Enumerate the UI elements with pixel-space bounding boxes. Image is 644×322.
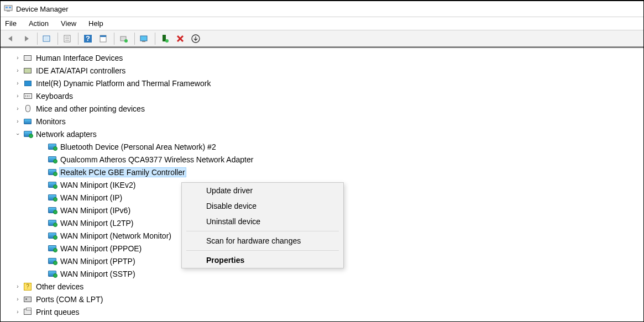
title-bar: Device Manager [1, 1, 643, 17]
cm-disable-device[interactable]: Disable device [182, 198, 343, 214]
tree-label: WAN Miniport (IP) [59, 193, 123, 203]
svg-rect-17 [142, 41, 145, 42]
scan-hardware-icon[interactable] [137, 32, 151, 45]
tree-item-ports[interactable]: › Ports (COM & LPT) [2, 293, 643, 305]
nic-icon [47, 218, 57, 228]
chevron-right-icon[interactable]: › [14, 67, 22, 75]
toolbar-separator [37, 33, 38, 45]
chevron-placeholder [38, 156, 46, 163]
toolbar-separator [78, 33, 78, 45]
back-arrow-icon[interactable] [4, 32, 18, 45]
cm-scan-hardware[interactable]: Scan for hardware changes [182, 233, 343, 249]
tree-label: Intel(R) Dynamic Platform and Thermal Fr… [35, 78, 212, 88]
tree-label: WAN Miniport (Network Monitor) [59, 231, 172, 241]
tree-label: Other devices [35, 282, 85, 292]
tree-item-nic[interactable]: Qualcomm Atheros QCA9377 Wireless Networ… [2, 153, 643, 166]
ide-icon [23, 66, 33, 76]
add-legacy-icon[interactable] [158, 32, 172, 45]
tree-label: WAN Miniport (PPTP) [59, 256, 137, 266]
tree-label: Human Interface Devices [35, 53, 124, 63]
toolbar-separator [134, 33, 135, 45]
svg-point-15 [124, 39, 128, 43]
properties-sheet-icon[interactable] [60, 32, 75, 45]
tree-item-nic[interactable]: WAN Miniport (SSTP) [2, 267, 643, 280]
nic-icon [47, 269, 57, 279]
nic-icon [47, 155, 57, 165]
cm-update-driver[interactable]: Update driver [182, 183, 343, 198]
chevron-placeholder [38, 168, 46, 176]
tree-label: Mice and other pointing devices [35, 104, 146, 114]
tree-item-nic-selected[interactable]: Realtek PCIe GBE Family Controller [2, 166, 643, 178]
tree-label: Monitors [35, 117, 67, 126]
menu-bar: File Action View Help [1, 17, 643, 30]
chevron-right-icon[interactable]: › [14, 295, 22, 303]
tree-label: WAN Miniport (IPv6) [59, 205, 132, 215]
tree-item-monitors[interactable]: › Monitors [2, 115, 643, 128]
tree-label: WAN Miniport (L2TP) [59, 218, 135, 228]
chevron-right-icon[interactable]: › [14, 54, 22, 62]
show-hidden-icon[interactable] [40, 32, 54, 45]
tree-label: Qualcomm Atheros QCA9377 Wireless Networ… [59, 155, 254, 165]
tree-item-network-adapters[interactable]: › Network adapters [2, 128, 643, 140]
tree-item-ide[interactable]: › IDE ATA/ATAPI controllers [2, 64, 643, 77]
svg-point-19 [165, 39, 169, 43]
help-icon[interactable]: ? [81, 32, 95, 45]
hid-icon [23, 53, 33, 63]
cm-properties[interactable]: Properties [182, 252, 343, 268]
menu-action[interactable]: Action [29, 19, 49, 28]
tree-label: Ports (COM & LPT) [35, 294, 104, 304]
nic-icon [47, 231, 57, 241]
tree-label: WAN Miniport (PPPOE) [59, 244, 143, 254]
tree-label: IDE ATA/ATAPI controllers [35, 66, 127, 76]
tree-label: Bluetooth Device (Personal Area Network)… [59, 142, 217, 152]
mouse-icon [23, 104, 33, 114]
menu-view[interactable]: View [61, 19, 76, 28]
svg-rect-13 [100, 35, 106, 37]
menu-help[interactable]: Help [88, 19, 103, 28]
chevron-right-icon[interactable]: › [14, 283, 22, 291]
chevron-right-icon[interactable]: › [14, 105, 22, 113]
chevron-right-icon[interactable]: › [14, 80, 22, 87]
uninstall-icon[interactable] [189, 32, 203, 45]
properties-icon[interactable] [96, 32, 111, 45]
context-menu: Update driver Disable device Uninstall d… [181, 182, 344, 268]
nic-icon [47, 193, 57, 203]
chevron-placeholder [38, 143, 46, 151]
svg-rect-5 [44, 37, 49, 40]
forward-arrow-icon[interactable] [19, 32, 34, 45]
toolbar-separator [57, 33, 58, 45]
remove-device-icon[interactable] [173, 32, 187, 45]
chevron-placeholder [38, 270, 46, 278]
chevron-placeholder [38, 219, 46, 227]
port-icon [23, 294, 33, 304]
toolbar-separator [155, 33, 155, 45]
update-driver-icon[interactable] [117, 32, 131, 45]
tree-item-hid[interactable]: › Human Interface Devices [2, 51, 643, 64]
tree-label: WAN Miniport (SSTP) [59, 269, 137, 279]
tree-item-mice[interactable]: › Mice and other pointing devices [2, 102, 643, 115]
tree-label: Print queues [35, 307, 81, 317]
nic-icon [47, 244, 57, 254]
chevron-right-icon[interactable]: › [14, 92, 22, 100]
nic-icon [47, 205, 57, 215]
chevron-placeholder [38, 232, 46, 240]
tree-item-other-devices[interactable]: › ? Other devices [2, 280, 643, 293]
tree-label: WAN Miniport (IKEv2) [59, 180, 137, 190]
tree-item-print-queues[interactable]: › Print queues [2, 305, 643, 318]
tree-item-keyboards[interactable]: › Keyboards [2, 89, 643, 102]
chevron-right-icon[interactable]: › [14, 308, 22, 316]
menu-file[interactable]: File [5, 19, 17, 28]
cm-uninstall-device[interactable]: Uninstall device [182, 214, 343, 229]
tree-label: Realtek PCIe GBE Family Controller [59, 167, 186, 177]
chevron-right-icon[interactable]: › [14, 118, 22, 125]
chevron-placeholder [38, 257, 46, 265]
svg-rect-16 [140, 36, 147, 41]
printer-icon [23, 307, 33, 317]
tree-label: Keyboards [35, 91, 74, 101]
tree-item-nic[interactable]: Bluetooth Device (Personal Area Network)… [2, 140, 643, 153]
chevron-down-icon[interactable]: › [14, 130, 22, 138]
svg-rect-1 [6, 7, 8, 8]
chevron-placeholder [38, 207, 46, 214]
tree-item-intel-dptf[interactable]: › Intel(R) Dynamic Platform and Thermal … [2, 77, 643, 89]
svg-rect-2 [9, 7, 11, 8]
